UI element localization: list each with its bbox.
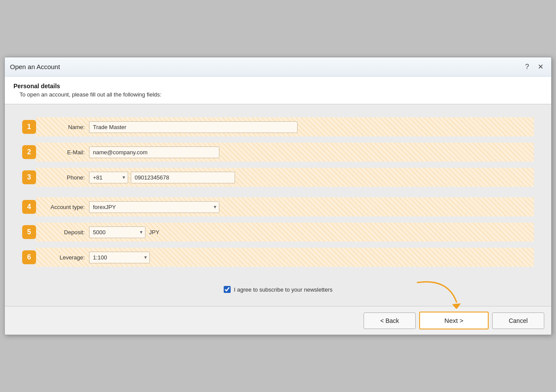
bottom-bar: < Back Next > Cancel <box>5 306 551 335</box>
currency-label: JPY <box>149 229 159 236</box>
header-title: Personal details <box>13 83 543 90</box>
step-badge-2: 2 <box>22 145 36 159</box>
field-bg-leverage: Leverage: 1:100 1:200 1:500 1:1000 <box>36 248 534 267</box>
field-bg-phone: Phone: +81 +1 +44 <box>36 168 534 187</box>
field-bg-deposit: Deposit: 5000 10000 50000 100000 JPY <box>36 223 534 242</box>
form-row-deposit: 5 Deposit: 5000 10000 50000 100000 JPY <box>22 223 534 242</box>
newsletter-checkbox[interactable] <box>224 286 231 293</box>
label-account: Account type: <box>41 204 89 210</box>
help-button[interactable]: ? <box>523 63 532 71</box>
form-row-name: 1 Name: <box>22 117 534 136</box>
dialog-window: Open an Account ? ✕ Personal details To … <box>4 57 552 335</box>
leverage-select-wrapper: 1:100 1:200 1:500 1:1000 <box>89 252 150 263</box>
back-button[interactable]: < Back <box>364 312 416 329</box>
account-select-wrapper: forexJPY forexUSD forexEUR <box>89 201 219 213</box>
title-bar-right: ? ✕ <box>523 63 546 71</box>
label-email: E-Mail: <box>41 149 89 156</box>
step-badge-3: 3 <box>22 170 36 184</box>
step-badge-4: 4 <box>22 200 36 214</box>
phone-inputs: +81 +1 +44 <box>89 172 235 183</box>
title-bar-left: Open an Account <box>10 63 60 70</box>
input-phone-number[interactable] <box>131 172 235 183</box>
select-leverage[interactable]: 1:100 1:200 1:500 1:1000 <box>89 252 150 263</box>
header-subtitle: To open an account, please fill out all … <box>13 91 543 98</box>
dialog-title: Open an Account <box>10 63 60 70</box>
step-badge-1: 1 <box>22 120 36 134</box>
field-bg-account: Account type: forexJPY forexUSD forexEUR <box>36 197 534 216</box>
title-bar: Open an Account ? ✕ <box>5 57 551 76</box>
close-button[interactable]: ✕ <box>535 63 546 71</box>
header-section: Personal details To open an account, ple… <box>5 76 551 104</box>
step-badge-6: 6 <box>22 250 36 264</box>
deposit-select-wrapper: 5000 10000 50000 100000 <box>89 226 146 238</box>
form-row-account: 4 Account type: forexJPY forexUSD forexE… <box>22 197 534 216</box>
select-account-type[interactable]: forexJPY forexUSD forexEUR <box>89 201 219 213</box>
label-leverage: Leverage: <box>41 254 89 261</box>
newsletter-label[interactable]: I agree to subscribe to your newsletters <box>234 286 333 293</box>
input-email[interactable] <box>89 146 219 158</box>
label-name: Name: <box>41 124 89 130</box>
label-phone: Phone: <box>41 174 89 181</box>
form-row-phone: 3 Phone: +81 +1 +44 <box>22 168 534 187</box>
select-deposit[interactable]: 5000 10000 50000 100000 <box>89 226 146 238</box>
phone-code-wrapper: +81 +1 +44 <box>89 172 128 183</box>
input-name[interactable] <box>89 121 298 133</box>
select-phone-code[interactable]: +81 +1 +44 <box>89 172 128 183</box>
field-bg-email: E-Mail: <box>36 143 534 162</box>
cancel-button[interactable]: Cancel <box>492 312 544 329</box>
form-row-email: 2 E-Mail: <box>22 143 534 162</box>
checkbox-area: I agree to subscribe to your newsletters <box>22 273 534 297</box>
form-row-leverage: 6 Leverage: 1:100 1:200 1:500 1:1000 <box>22 248 534 267</box>
main-content: 1 Name: 2 E-Mail: 3 Phone: <box>5 104 551 306</box>
label-deposit: Deposit: <box>41 229 89 236</box>
next-button[interactable]: Next > <box>419 312 489 329</box>
step-badge-5: 5 <box>22 225 36 239</box>
field-bg-name: Name: <box>36 117 534 136</box>
